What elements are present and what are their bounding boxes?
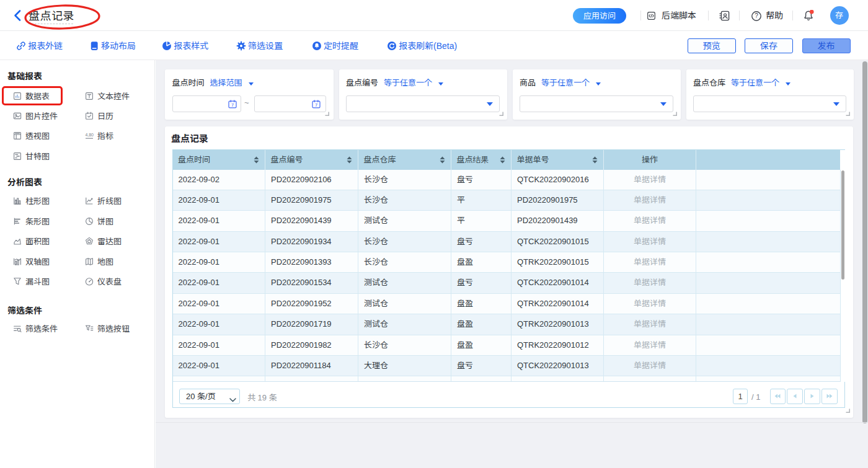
svg-text:7: 7 <box>315 102 317 108</box>
svg-text:7: 7 <box>231 102 234 108</box>
svg-text:?: ? <box>755 12 758 19</box>
svg-text:4,80: 4,80 <box>85 133 94 137</box>
